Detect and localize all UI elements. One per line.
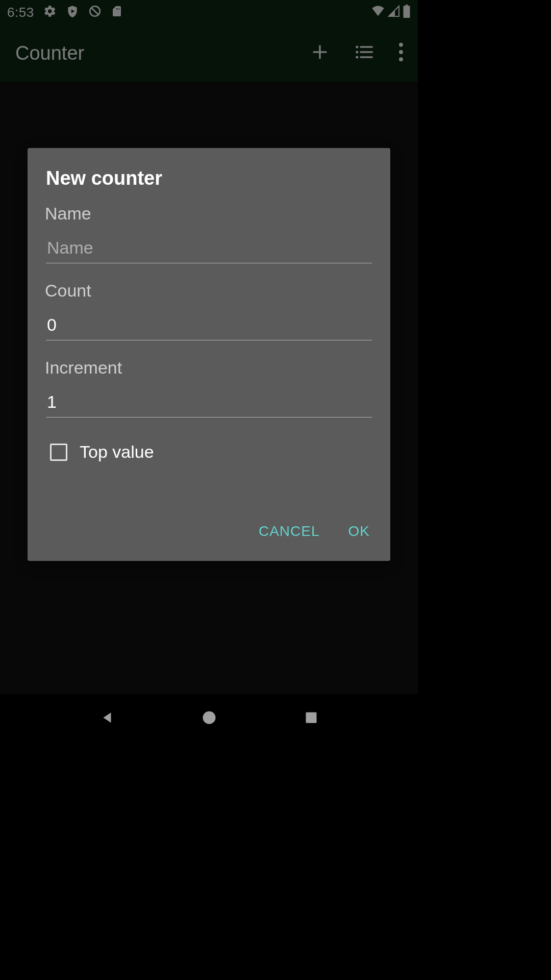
- name-label: Name: [45, 204, 372, 224]
- top-value-row[interactable]: Top value: [50, 442, 372, 462]
- nav-back-button[interactable]: [99, 710, 115, 727]
- dialog-title: New counter: [46, 167, 372, 189]
- svg-point-13: [203, 712, 216, 724]
- top-value-checkbox[interactable]: [50, 444, 67, 461]
- new-counter-dialog: New counter Name Count Increment Top val…: [28, 148, 390, 561]
- dialog-actions: Cancel OK: [46, 523, 372, 552]
- increment-label: Increment: [45, 358, 372, 378]
- nav-recent-button[interactable]: [304, 710, 318, 727]
- cancel-button[interactable]: Cancel: [259, 523, 320, 540]
- name-input[interactable]: [46, 235, 372, 263]
- increment-input[interactable]: [46, 389, 372, 418]
- top-value-label: Top value: [80, 442, 154, 462]
- svg-rect-14: [306, 713, 316, 723]
- count-input[interactable]: [46, 312, 372, 340]
- count-label: Count: [45, 281, 372, 301]
- nav-home-button[interactable]: [202, 710, 217, 727]
- nav-bar: [0, 694, 418, 743]
- ok-button[interactable]: OK: [348, 523, 370, 540]
